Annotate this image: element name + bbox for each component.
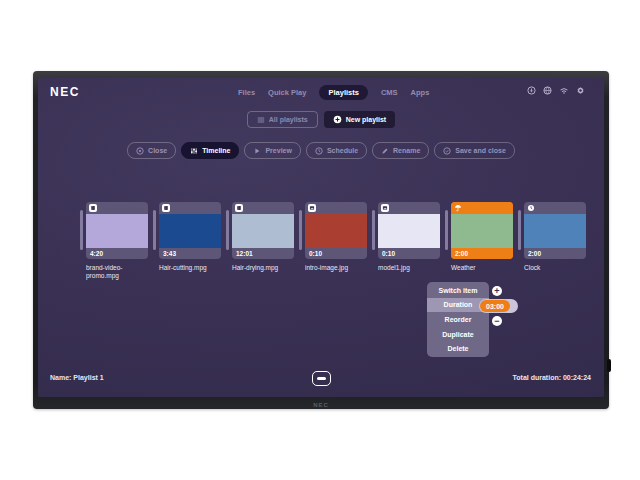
weather-umbrella-icon [454,204,462,212]
all-playlists-button[interactable]: All playlists [247,111,318,128]
nav-apps[interactable]: Apps [411,88,430,97]
timeline-button[interactable]: Timeline [181,142,239,159]
jog-button[interactable] [607,359,611,372]
playlist-item-card-selected[interactable]: 2:00 [451,202,513,259]
timeline-item: 3:43 Hair-cutting.mpg [153,202,223,281]
image-icon [381,204,389,212]
duration-badge: 0:10 [382,250,395,257]
video-icon [89,204,97,212]
monitor-bezel: NEC Files Quick Play Playlists CMS Apps [33,71,609,409]
thumbnail [524,214,586,248]
preview-button[interactable]: Preview [244,142,300,159]
timeline-item: 12:01 Hair-drying.mpg [226,202,296,281]
item-name: brand-video-promo.mpg [86,264,150,281]
schedule-button[interactable]: Schedule [306,142,367,159]
nec-logo: NEC [50,85,80,99]
status-icon-bar [527,86,585,95]
new-playlist-button[interactable]: New playlist [324,111,395,128]
playlist-item-card[interactable]: 12:01 [232,202,294,259]
save-and-close-button[interactable]: Save and close [434,142,515,159]
duration-badge: 2:00 [455,250,468,257]
total-duration-label: Total duration: 00:24:24 [513,374,591,381]
timeline-sliders-icon [190,147,198,155]
video-icon [235,204,243,212]
duration-badge: 3:43 [163,250,176,257]
pencil-icon [381,147,389,155]
thumbnail [451,214,513,248]
item-context-menu: Switch item Duration Reorder Duplicate D… [427,282,489,357]
timeline-strip: 4:20 brand-video-promo.mpg 3:43 Hair-cut… [80,202,588,281]
playlist-item-card[interactable]: 0:10 [305,202,367,259]
gear-icon[interactable] [576,86,585,95]
drag-handle[interactable] [445,210,448,250]
item-name: intro-image.jpg [305,264,369,272]
nav-playlists[interactable]: Playlists [319,85,367,100]
play-icon [253,147,261,155]
top-nav: Files Quick Play Playlists CMS Apps [238,85,429,100]
wifi-icon[interactable] [559,86,569,95]
arrow-down-circle-icon[interactable] [527,86,536,95]
remote-bar-icon [317,377,326,381]
thumbnail [305,214,367,248]
playlist-item-card[interactable]: 0:10 [378,202,440,259]
duration-value: 03:00 [480,300,510,312]
item-name: Hair-drying.mpg [232,264,296,272]
playlist-item-card[interactable]: 3:43 [159,202,221,259]
menu-item-switch-item[interactable]: Switch item [427,283,489,298]
item-name: Clock [524,264,588,272]
timeline-toolbar: Close Timeline Preview Schedule Rename S… [38,142,604,159]
duration-badge: 4:20 [90,250,103,257]
nav-files[interactable]: Files [238,88,255,97]
duration-badge: 0:10 [309,250,322,257]
plus-circle-icon [333,115,342,124]
playlist-item-card[interactable]: 4:20 [86,202,148,259]
item-name: Hair-cutting.mpg [159,264,223,272]
thumbnail [232,214,294,248]
nav-quick-play[interactable]: Quick Play [268,88,306,97]
timeline-item: 4:20 brand-video-promo.mpg [80,202,150,281]
thumbnail [159,214,221,248]
menu-item-delete[interactable]: Delete [427,341,489,356]
screen: NEC Files Quick Play Playlists CMS Apps [38,78,604,397]
playlist-actions-row: All playlists New playlist [38,111,604,128]
drag-handle[interactable] [80,210,83,250]
close-button[interactable]: Close [127,142,176,159]
duration-value-field[interactable]: 03:00 [479,299,518,313]
menu-item-reorder[interactable]: Reorder [427,312,489,327]
duration-badge: 12:01 [236,250,253,257]
check-circle-icon [443,147,451,155]
duration-decrease-button[interactable]: − [492,316,502,326]
video-icon [162,204,170,212]
drag-handle[interactable] [226,210,229,250]
item-name: model1.jpg [378,264,442,272]
image-icon [308,204,316,212]
duration-increase-button[interactable]: + [492,286,502,296]
item-name: Weather [451,264,515,272]
remote-handle-button[interactable] [312,371,331,386]
menu-item-duplicate[interactable]: Duplicate [427,327,489,342]
close-circle-icon [136,147,144,155]
bezel-nec-logo: NEC [313,402,329,408]
drag-handle[interactable] [299,210,302,250]
hamburger-icon [257,116,265,124]
globe-icon[interactable] [543,86,552,95]
timeline-item: 0:10 model1.jpg [372,202,442,281]
nav-cms[interactable]: CMS [381,88,398,97]
thumbnail [378,214,440,248]
timeline-item: 2:00 Weather [445,202,515,281]
timeline-item: 0:10 intro-image.jpg [299,202,369,281]
drag-handle[interactable] [153,210,156,250]
timeline-item: 2:00 Clock [518,202,588,281]
duration-badge: 2:00 [528,250,541,257]
playlist-name-label: Name: Playlist 1 [50,374,104,381]
drag-handle[interactable] [518,210,521,250]
clock-widget-icon [527,204,535,212]
playlist-item-card[interactable]: 2:00 [524,202,586,259]
drag-handle[interactable] [372,210,375,250]
rename-button[interactable]: Rename [372,142,429,159]
thumbnail [86,214,148,248]
clock-icon [315,147,323,155]
